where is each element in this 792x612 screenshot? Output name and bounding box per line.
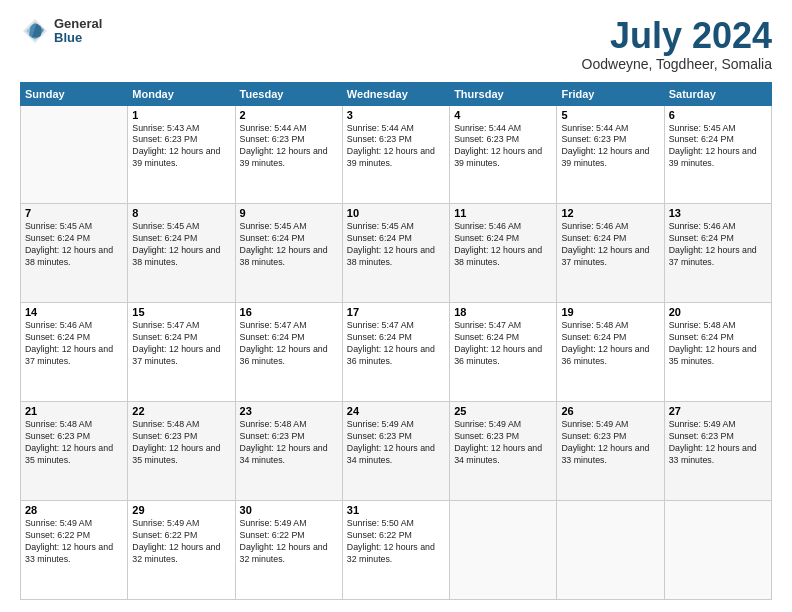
day-number: 17 [347, 306, 445, 318]
calendar-cell: 30Sunrise: 5:49 AM Sunset: 6:22 PM Dayli… [235, 501, 342, 600]
day-info: Sunrise: 5:49 AM Sunset: 6:22 PM Dayligh… [132, 518, 230, 566]
day-info: Sunrise: 5:43 AM Sunset: 6:23 PM Dayligh… [132, 123, 230, 171]
calendar-cell [450, 501, 557, 600]
header-cell-thursday: Thursday [450, 82, 557, 105]
day-info: Sunrise: 5:49 AM Sunset: 6:22 PM Dayligh… [240, 518, 338, 566]
calendar-table: SundayMondayTuesdayWednesdayThursdayFrid… [20, 82, 772, 600]
day-number: 4 [454, 109, 552, 121]
day-info: Sunrise: 5:45 AM Sunset: 6:24 PM Dayligh… [240, 221, 338, 269]
day-info: Sunrise: 5:47 AM Sunset: 6:24 PM Dayligh… [240, 320, 338, 368]
day-info: Sunrise: 5:49 AM Sunset: 6:23 PM Dayligh… [669, 419, 767, 467]
day-info: Sunrise: 5:44 AM Sunset: 6:23 PM Dayligh… [240, 123, 338, 171]
day-number: 2 [240, 109, 338, 121]
calendar-week-row: 28Sunrise: 5:49 AM Sunset: 6:22 PM Dayli… [21, 501, 772, 600]
title-block: July 2024 Oodweyne, Togdheer, Somalia [582, 16, 772, 72]
day-info: Sunrise: 5:50 AM Sunset: 6:22 PM Dayligh… [347, 518, 445, 566]
day-number: 15 [132, 306, 230, 318]
calendar-cell: 6Sunrise: 5:45 AM Sunset: 6:24 PM Daylig… [664, 105, 771, 204]
day-info: Sunrise: 5:45 AM Sunset: 6:24 PM Dayligh… [132, 221, 230, 269]
calendar-cell: 23Sunrise: 5:48 AM Sunset: 6:23 PM Dayli… [235, 402, 342, 501]
header-cell-friday: Friday [557, 82, 664, 105]
calendar-cell [664, 501, 771, 600]
day-number: 5 [561, 109, 659, 121]
day-number: 20 [669, 306, 767, 318]
day-info: Sunrise: 5:46 AM Sunset: 6:24 PM Dayligh… [561, 221, 659, 269]
day-info: Sunrise: 5:49 AM Sunset: 6:23 PM Dayligh… [454, 419, 552, 467]
calendar-cell: 20Sunrise: 5:48 AM Sunset: 6:24 PM Dayli… [664, 303, 771, 402]
calendar-cell: 2Sunrise: 5:44 AM Sunset: 6:23 PM Daylig… [235, 105, 342, 204]
calendar-week-row: 14Sunrise: 5:46 AM Sunset: 6:24 PM Dayli… [21, 303, 772, 402]
calendar-cell [557, 501, 664, 600]
day-info: Sunrise: 5:49 AM Sunset: 6:22 PM Dayligh… [25, 518, 123, 566]
day-info: Sunrise: 5:48 AM Sunset: 6:23 PM Dayligh… [240, 419, 338, 467]
calendar-cell: 13Sunrise: 5:46 AM Sunset: 6:24 PM Dayli… [664, 204, 771, 303]
day-number: 9 [240, 207, 338, 219]
day-info: Sunrise: 5:47 AM Sunset: 6:24 PM Dayligh… [347, 320, 445, 368]
calendar-cell: 1Sunrise: 5:43 AM Sunset: 6:23 PM Daylig… [128, 105, 235, 204]
day-number: 29 [132, 504, 230, 516]
calendar-cell: 7Sunrise: 5:45 AM Sunset: 6:24 PM Daylig… [21, 204, 128, 303]
header-cell-sunday: Sunday [21, 82, 128, 105]
day-info: Sunrise: 5:45 AM Sunset: 6:24 PM Dayligh… [669, 123, 767, 171]
calendar-cell: 4Sunrise: 5:44 AM Sunset: 6:23 PM Daylig… [450, 105, 557, 204]
day-number: 6 [669, 109, 767, 121]
day-number: 3 [347, 109, 445, 121]
location-subtitle: Oodweyne, Togdheer, Somalia [582, 56, 772, 72]
calendar-cell: 31Sunrise: 5:50 AM Sunset: 6:22 PM Dayli… [342, 501, 449, 600]
day-number: 24 [347, 405, 445, 417]
day-number: 30 [240, 504, 338, 516]
calendar-week-row: 1Sunrise: 5:43 AM Sunset: 6:23 PM Daylig… [21, 105, 772, 204]
calendar-cell: 26Sunrise: 5:49 AM Sunset: 6:23 PM Dayli… [557, 402, 664, 501]
day-info: Sunrise: 5:44 AM Sunset: 6:23 PM Dayligh… [347, 123, 445, 171]
day-number: 18 [454, 306, 552, 318]
calendar-week-row: 7Sunrise: 5:45 AM Sunset: 6:24 PM Daylig… [21, 204, 772, 303]
logo-icon [20, 16, 50, 46]
day-info: Sunrise: 5:46 AM Sunset: 6:24 PM Dayligh… [454, 221, 552, 269]
calendar-cell: 16Sunrise: 5:47 AM Sunset: 6:24 PM Dayli… [235, 303, 342, 402]
calendar-cell: 3Sunrise: 5:44 AM Sunset: 6:23 PM Daylig… [342, 105, 449, 204]
day-info: Sunrise: 5:49 AM Sunset: 6:23 PM Dayligh… [561, 419, 659, 467]
calendar-cell: 11Sunrise: 5:46 AM Sunset: 6:24 PM Dayli… [450, 204, 557, 303]
calendar-cell: 14Sunrise: 5:46 AM Sunset: 6:24 PM Dayli… [21, 303, 128, 402]
day-number: 21 [25, 405, 123, 417]
logo: General Blue [20, 16, 102, 46]
day-info: Sunrise: 5:45 AM Sunset: 6:24 PM Dayligh… [347, 221, 445, 269]
day-number: 31 [347, 504, 445, 516]
calendar-cell: 9Sunrise: 5:45 AM Sunset: 6:24 PM Daylig… [235, 204, 342, 303]
calendar-cell: 25Sunrise: 5:49 AM Sunset: 6:23 PM Dayli… [450, 402, 557, 501]
day-info: Sunrise: 5:44 AM Sunset: 6:23 PM Dayligh… [454, 123, 552, 171]
day-number: 7 [25, 207, 123, 219]
calendar-cell: 27Sunrise: 5:49 AM Sunset: 6:23 PM Dayli… [664, 402, 771, 501]
day-number: 12 [561, 207, 659, 219]
day-number: 22 [132, 405, 230, 417]
day-number: 1 [132, 109, 230, 121]
day-info: Sunrise: 5:46 AM Sunset: 6:24 PM Dayligh… [669, 221, 767, 269]
logo-blue-text: Blue [54, 31, 102, 45]
calendar-cell: 17Sunrise: 5:47 AM Sunset: 6:24 PM Dayli… [342, 303, 449, 402]
calendar-week-row: 21Sunrise: 5:48 AM Sunset: 6:23 PM Dayli… [21, 402, 772, 501]
day-number: 16 [240, 306, 338, 318]
header-cell-tuesday: Tuesday [235, 82, 342, 105]
day-number: 19 [561, 306, 659, 318]
header-cell-monday: Monday [128, 82, 235, 105]
calendar-cell: 12Sunrise: 5:46 AM Sunset: 6:24 PM Dayli… [557, 204, 664, 303]
day-info: Sunrise: 5:44 AM Sunset: 6:23 PM Dayligh… [561, 123, 659, 171]
day-info: Sunrise: 5:47 AM Sunset: 6:24 PM Dayligh… [454, 320, 552, 368]
day-number: 13 [669, 207, 767, 219]
day-number: 8 [132, 207, 230, 219]
day-number: 23 [240, 405, 338, 417]
day-number: 25 [454, 405, 552, 417]
day-info: Sunrise: 5:46 AM Sunset: 6:24 PM Dayligh… [25, 320, 123, 368]
day-info: Sunrise: 5:48 AM Sunset: 6:24 PM Dayligh… [561, 320, 659, 368]
day-info: Sunrise: 5:45 AM Sunset: 6:24 PM Dayligh… [25, 221, 123, 269]
header-cell-wednesday: Wednesday [342, 82, 449, 105]
page: General Blue July 2024 Oodweyne, Togdhee… [0, 0, 792, 612]
calendar-cell: 29Sunrise: 5:49 AM Sunset: 6:22 PM Dayli… [128, 501, 235, 600]
calendar-header-row: SundayMondayTuesdayWednesdayThursdayFrid… [21, 82, 772, 105]
day-info: Sunrise: 5:48 AM Sunset: 6:23 PM Dayligh… [132, 419, 230, 467]
day-number: 27 [669, 405, 767, 417]
calendar-cell: 22Sunrise: 5:48 AM Sunset: 6:23 PM Dayli… [128, 402, 235, 501]
logo-text: General Blue [54, 17, 102, 46]
day-number: 11 [454, 207, 552, 219]
calendar-cell: 10Sunrise: 5:45 AM Sunset: 6:24 PM Dayli… [342, 204, 449, 303]
